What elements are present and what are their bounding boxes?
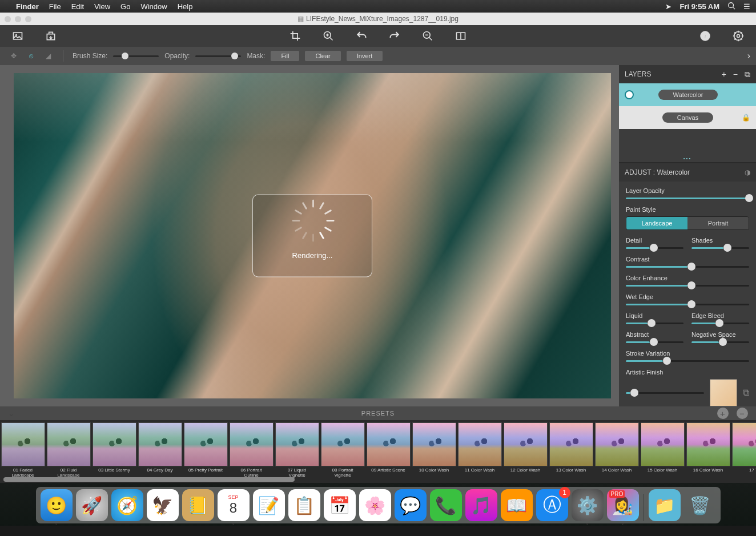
wet-edge-slider[interactable] bbox=[626, 304, 749, 305]
link-icon[interactable]: ⧉ bbox=[743, 388, 749, 398]
remove-preset-icon[interactable]: − bbox=[737, 408, 748, 419]
brush-tool-icon[interactable]: ⎋ bbox=[25, 50, 37, 62]
portrait-button[interactable]: Portrait bbox=[687, 217, 749, 229]
edge-bleed-slider[interactable] bbox=[691, 323, 749, 324]
dock-reminders[interactable]: 📋 bbox=[288, 489, 320, 521]
dock-contacts[interactable]: 📒 bbox=[182, 489, 214, 521]
remove-layer-icon[interactable]: − bbox=[733, 70, 738, 79]
preset-label: 04 Grey Day bbox=[147, 468, 173, 473]
preset-item[interactable]: 15 Color Wash bbox=[640, 422, 685, 483]
preset-item[interactable]: 02 Fluid Landscape bbox=[46, 422, 91, 483]
mask-invert-button[interactable]: Invert bbox=[347, 51, 383, 61]
presets-collapse-icon[interactable]: ⌄ bbox=[8, 409, 15, 418]
dock-notes[interactable]: 📝 bbox=[253, 489, 285, 521]
menubar-app[interactable]: Finder bbox=[16, 2, 39, 11]
presets-scrollbar[interactable] bbox=[3, 477, 295, 482]
menu-window[interactable]: Window bbox=[140, 2, 167, 11]
dock-pro-app[interactable]: PRO👩‍🎨 bbox=[607, 489, 639, 521]
preset-item[interactable]: 16 Color Wash bbox=[685, 422, 731, 483]
layer-row-canvas[interactable]: Canvas 🔒 bbox=[619, 106, 756, 129]
stroke-variation-slider[interactable] bbox=[626, 360, 749, 362]
dock-appstore[interactable]: Ⓐ1 bbox=[536, 489, 568, 521]
preset-item[interactable]: 10 Color Wash bbox=[411, 422, 457, 483]
color-enhance-slider[interactable] bbox=[626, 285, 749, 287]
status-icon[interactable]: ➤ bbox=[665, 2, 671, 11]
preset-item[interactable]: 08 Portrait Vignette bbox=[320, 422, 365, 483]
preset-item[interactable]: 01 Faded Landscape bbox=[0, 422, 46, 483]
menubar-clock[interactable]: Fri 9:55 AM bbox=[679, 2, 719, 11]
preset-item[interactable]: 14 Color Wash bbox=[594, 422, 640, 483]
move-tool-icon[interactable]: ✥ bbox=[8, 50, 19, 62]
preset-item[interactable]: 11 Color Wash bbox=[457, 422, 502, 483]
landscape-button[interactable]: Landscape bbox=[626, 217, 687, 229]
undo-icon[interactable] bbox=[355, 30, 368, 42]
preset-item[interactable]: 04 Grey Day bbox=[137, 422, 183, 483]
dock-calendar2[interactable]: 📅 bbox=[324, 489, 356, 521]
dock-messages[interactable]: 💬 bbox=[395, 489, 427, 521]
compare-icon[interactable] bbox=[455, 30, 467, 42]
canvas-image[interactable]: Rendering... bbox=[14, 73, 611, 398]
artistic-finish-slider[interactable] bbox=[626, 392, 704, 394]
dock-settings[interactable]: ⚙️ bbox=[572, 489, 604, 521]
preset-item[interactable]: 06 Portrait Outline bbox=[228, 422, 274, 483]
preset-item[interactable]: 09 Artistic Scene bbox=[365, 422, 411, 483]
eraser-tool-icon[interactable]: ◢ bbox=[42, 50, 54, 62]
notification-center-icon[interactable]: ☰ bbox=[743, 2, 750, 11]
preset-item[interactable]: 07 Liquid Vignette bbox=[274, 422, 320, 483]
layer-opacity-slider[interactable] bbox=[626, 198, 749, 199]
layer-row-watercolor[interactable]: Watercolor bbox=[619, 83, 756, 106]
presets-strip[interactable]: 01 Faded Landscape02 Fluid Landscape03 L… bbox=[0, 420, 756, 483]
preset-item[interactable]: 05 Pretty Portrait bbox=[183, 422, 228, 483]
dock-facetime[interactable]: 📞 bbox=[430, 489, 462, 521]
spotlight-icon[interactable] bbox=[727, 2, 735, 11]
dock-downloads[interactable]: 📁 bbox=[649, 489, 681, 521]
artistic-finish-swatch[interactable] bbox=[710, 379, 737, 406]
collapse-panel-icon[interactable]: › bbox=[747, 51, 750, 61]
menu-view[interactable]: View bbox=[94, 2, 110, 11]
preset-item[interactable]: 17 T bbox=[731, 422, 756, 483]
save-icon[interactable] bbox=[45, 30, 57, 42]
window-traffic-lights[interactable] bbox=[5, 16, 31, 22]
mask-fill-button[interactable]: Fill bbox=[271, 51, 299, 61]
dock-safari[interactable]: 🧭 bbox=[111, 489, 143, 521]
dock-mail[interactable]: 🦅 bbox=[147, 489, 179, 521]
preset-item[interactable]: 12 Color Wash bbox=[502, 422, 548, 483]
menu-edit[interactable]: Edit bbox=[71, 2, 84, 11]
preset-label: 03 Little Stormy bbox=[98, 468, 130, 473]
dock-trash[interactable]: 🗑️ bbox=[684, 489, 716, 521]
contrast-slider[interactable] bbox=[626, 266, 749, 268]
redo-icon[interactable] bbox=[388, 30, 401, 42]
menu-file[interactable]: File bbox=[49, 2, 61, 11]
detail-slider[interactable] bbox=[626, 247, 683, 249]
duplicate-layer-icon[interactable]: ⧉ bbox=[745, 70, 750, 79]
dock-calendar[interactable]: SEP8 bbox=[218, 489, 250, 521]
zoom-in-icon[interactable] bbox=[322, 30, 335, 42]
dock-finder[interactable]: 🙂 bbox=[41, 489, 73, 521]
zoom-out-icon[interactable] bbox=[421, 30, 434, 42]
open-image-icon[interactable] bbox=[11, 30, 24, 42]
preset-item[interactable]: 13 Color Wash bbox=[548, 422, 594, 483]
crop-icon[interactable] bbox=[289, 30, 301, 42]
paint-style-label: Paint Style bbox=[626, 206, 749, 213]
abstract-slider[interactable] bbox=[626, 341, 683, 343]
add-layer-icon[interactable]: + bbox=[722, 70, 726, 79]
dock-ibooks[interactable]: 📖 bbox=[501, 489, 533, 521]
negative-space-slider[interactable] bbox=[691, 341, 749, 343]
mask-clear-button[interactable]: Clear bbox=[305, 51, 340, 61]
menu-go[interactable]: Go bbox=[120, 2, 130, 11]
dock-photos[interactable]: 🌸 bbox=[359, 489, 391, 521]
layers-resize-handle[interactable] bbox=[619, 129, 756, 163]
preset-item[interactable]: 03 Little Stormy bbox=[91, 422, 137, 483]
shades-slider[interactable] bbox=[691, 247, 749, 249]
opacity-slider[interactable] bbox=[195, 55, 241, 57]
menu-help[interactable]: Help bbox=[178, 2, 193, 11]
liquid-slider[interactable] bbox=[626, 323, 683, 324]
settings-icon[interactable] bbox=[732, 30, 745, 42]
dock-launchpad[interactable]: 🚀 bbox=[76, 489, 108, 521]
add-preset-icon[interactable]: + bbox=[717, 408, 729, 419]
adjust-menu-icon[interactable]: ◑ bbox=[745, 168, 750, 176]
brush-size-slider[interactable] bbox=[113, 55, 159, 57]
info-icon[interactable]: i bbox=[699, 30, 711, 42]
dock-itunes[interactable]: 🎵 bbox=[465, 489, 497, 521]
layer-visibility-icon[interactable] bbox=[625, 90, 634, 99]
